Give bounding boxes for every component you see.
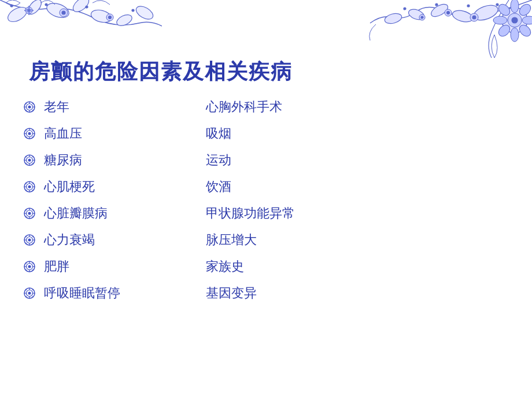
bullet-icon [23,154,36,167]
svg-point-5 [115,13,134,28]
bullet-icon [23,180,36,193]
svg-point-29 [451,9,474,24]
floral-top-left [0,0,162,52]
svg-point-100 [28,239,31,242]
svg-point-41 [435,3,438,6]
item-left-5: 心力衰竭 [44,231,171,249]
list-item: 心肌梗死饮酒 [23,178,509,195]
svg-point-19 [512,17,518,23]
svg-point-45 [28,106,31,109]
svg-point-15 [86,6,88,8]
svg-point-27 [518,23,532,39]
item-right-4: 甲状腺功能异常 [206,205,295,222]
svg-point-122 [28,292,31,295]
svg-point-28 [472,2,500,23]
item-left-6: 肥胖 [44,258,171,275]
item-right-3: 饮酒 [206,178,231,195]
svg-point-16 [132,9,134,12]
list-item: 呼吸睡眠暂停基因变异 [23,285,509,302]
svg-point-42 [404,8,406,10]
bullet-icon [23,207,36,220]
svg-point-6 [134,3,156,22]
svg-point-0 [5,4,29,24]
svg-point-18 [508,13,522,27]
list-item: 心力衰竭脉压增大 [23,231,509,249]
svg-point-40 [467,5,470,7]
item-left-0: 老年 [44,98,171,116]
bullet-icon [23,260,36,273]
svg-point-2 [45,1,71,20]
svg-point-111 [28,265,31,268]
svg-point-24 [497,2,512,18]
floral-top-right [347,0,532,64]
svg-point-11 [106,14,113,21]
svg-point-78 [28,186,31,189]
svg-point-39 [496,3,498,6]
item-left-3: 心肌梗死 [44,178,171,195]
item-left-7: 呼吸睡眠暂停 [44,285,171,302]
svg-point-10 [62,11,65,14]
item-left-2: 糖尿病 [44,152,171,169]
svg-point-20 [511,0,519,13]
svg-point-8 [28,9,31,12]
svg-point-89 [28,212,31,215]
svg-point-32 [383,12,402,25]
content-area: 老年心胸外科手术 高血压吸烟 糖尿病运动 [23,98,509,311]
svg-point-21 [511,28,519,42]
item-right-2: 运动 [206,152,231,169]
svg-point-12 [109,16,112,19]
svg-point-17 [502,8,527,33]
item-left-4: 心脏瓣膜病 [44,205,171,222]
list-item: 心脏瓣膜病甲状腺功能异常 [23,205,509,222]
svg-point-7 [25,7,32,14]
item-right-0: 心胸外科手术 [206,98,282,116]
svg-point-34 [472,16,476,19]
svg-point-35 [445,9,452,16]
svg-point-38 [421,16,423,19]
svg-point-36 [447,12,450,14]
svg-point-25 [518,2,532,18]
list-item: 糖尿病运动 [23,152,509,169]
svg-point-3 [71,0,91,14]
bullet-icon [23,127,36,140]
svg-point-37 [419,14,425,20]
bullet-icon [23,234,36,246]
svg-point-30 [429,2,450,19]
list-item: 肥胖家族史 [23,258,509,275]
svg-point-13 [10,5,13,7]
svg-point-4 [90,8,113,25]
svg-point-67 [28,159,31,162]
bullet-icon [23,287,36,300]
svg-point-26 [497,23,512,39]
item-left-1: 高血压 [44,125,171,142]
svg-point-22 [493,16,507,24]
list-item: 老年心胸外科手术 [23,98,509,116]
svg-point-1 [25,0,44,17]
svg-point-9 [60,9,68,17]
item-right-6: 家族史 [206,258,244,275]
page-title: 房颤的危险因素及相关疾病 [29,58,293,86]
slide: 房颤的危险因素及相关疾病 老年心胸外科手术 高血压吸烟 [0,0,532,399]
svg-point-14 [45,3,47,6]
item-right-1: 吸烟 [206,125,231,142]
svg-point-56 [28,132,31,135]
bullet-icon [23,101,36,113]
svg-point-31 [407,8,426,22]
svg-point-23 [522,16,532,24]
svg-point-33 [470,13,478,21]
item-right-5: 脉压增大 [206,231,257,249]
list-item: 高血压吸烟 [23,125,509,142]
item-right-7: 基因变异 [206,285,257,302]
